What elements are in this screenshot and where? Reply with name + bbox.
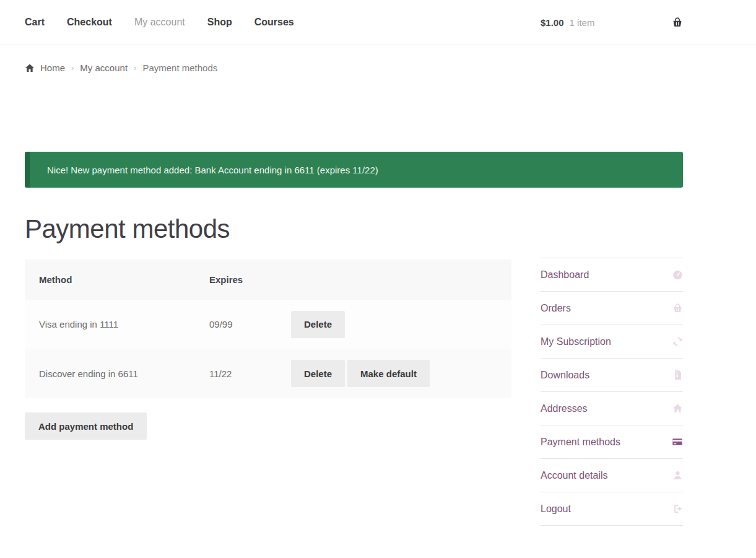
- sidebar-item-orders[interactable]: Orders: [541, 292, 683, 325]
- expires-cell: 09/99: [209, 300, 291, 349]
- main-nav: Cart Checkout My account Shop Courses: [25, 17, 316, 28]
- breadcrumb-separator: ›: [134, 63, 136, 72]
- sidebar-item-my-subscription[interactable]: My Subscription: [541, 325, 683, 359]
- zip-file-icon: [672, 370, 683, 380]
- sidebar-item-label: Payment methods: [541, 437, 620, 448]
- sidebar-item-logout[interactable]: Logout: [541, 492, 683, 526]
- cart-widget[interactable]: $1.00 1 item: [541, 17, 683, 28]
- table-row: Visa ending in 1111 09/99 Delete: [25, 300, 511, 349]
- delete-button[interactable]: Delete: [291, 311, 345, 338]
- sidebar-item-label: Account details: [541, 470, 608, 481]
- cart-item-count: 1 item: [570, 17, 595, 28]
- nav-item-checkout[interactable]: Checkout: [67, 17, 112, 28]
- cart-total: $1.00: [541, 17, 564, 28]
- method-cell: Visa ending in 1111: [25, 300, 209, 349]
- table-header-row: Method Expires: [25, 259, 511, 300]
- sidebar-item-dashboard[interactable]: Dashboard: [541, 258, 683, 292]
- column-header-method: Method: [25, 259, 209, 300]
- make-default-button[interactable]: Make default: [347, 360, 430, 387]
- breadcrumb-my-account[interactable]: My account: [80, 63, 128, 73]
- column-header-actions: [291, 259, 511, 300]
- delete-button[interactable]: Delete: [291, 360, 345, 387]
- sidebar-item-label: My Subscription: [541, 336, 611, 347]
- site-header: Cart Checkout My account Shop Courses $1…: [0, 0, 756, 45]
- dashboard-icon: [672, 269, 683, 280]
- home-icon[interactable]: [25, 63, 35, 73]
- nav-item-cart[interactable]: Cart: [25, 17, 45, 28]
- sidebar-item-label: Addresses: [541, 403, 588, 414]
- credit-card-icon: [672, 437, 683, 447]
- user-icon: [672, 470, 683, 481]
- home-icon: [672, 403, 683, 414]
- sidebar-item-account-details[interactable]: Account details: [541, 459, 683, 492]
- success-notice: Nice! New payment method added: Bank Acc…: [25, 152, 683, 188]
- content-column: Payment methods Method Expires Visa endi…: [25, 188, 511, 526]
- sidebar-item-label: Downloads: [541, 370, 589, 381]
- basket-icon: [672, 303, 683, 313]
- nav-item-courses[interactable]: Courses: [254, 17, 294, 28]
- table-row: Discover ending in 6611 11/22 Delete Mak…: [25, 349, 511, 398]
- basket-icon[interactable]: [672, 17, 683, 28]
- sidebar-item-payment-methods[interactable]: Payment methods: [541, 425, 683, 459]
- success-notice-text: Nice! New payment method added: Bank Acc…: [47, 165, 378, 175]
- nav-item-my-account[interactable]: My account: [134, 17, 185, 28]
- column-header-expires: Expires: [209, 259, 291, 300]
- breadcrumb-current: Payment methods: [142, 63, 217, 73]
- sidebar-item-label: Dashboard: [541, 269, 589, 281]
- logout-icon: [672, 504, 683, 514]
- expires-cell: 11/22: [209, 349, 291, 398]
- account-sidebar: Dashboard Orders My Subscri: [541, 258, 683, 526]
- sidebar-item-label: Logout: [541, 504, 571, 515]
- header-inner: Cart Checkout My account Shop Courses $1…: [25, 17, 683, 28]
- method-cell: Discover ending in 6611: [25, 349, 209, 398]
- sidebar-item-label: Orders: [541, 303, 571, 314]
- add-payment-method-button[interactable]: Add payment method: [25, 412, 147, 440]
- breadcrumb: Home › My account › Payment methods: [25, 63, 756, 73]
- sidebar-item-addresses[interactable]: Addresses: [541, 392, 683, 425]
- sync-icon: [672, 336, 683, 347]
- page-title: Payment methods: [25, 214, 511, 244]
- payment-methods-table: Method Expires Visa ending in 1111 09/99…: [25, 259, 511, 398]
- nav-item-shop[interactable]: Shop: [207, 17, 232, 28]
- main-area: Payment methods Method Expires Visa endi…: [25, 188, 683, 526]
- actions-cell: Delete Make default: [291, 349, 511, 398]
- actions-cell: Delete: [291, 300, 511, 349]
- sidebar-item-downloads[interactable]: Downloads: [541, 359, 683, 392]
- breadcrumb-separator: ›: [71, 63, 74, 72]
- breadcrumb-home[interactable]: Home: [40, 63, 65, 73]
